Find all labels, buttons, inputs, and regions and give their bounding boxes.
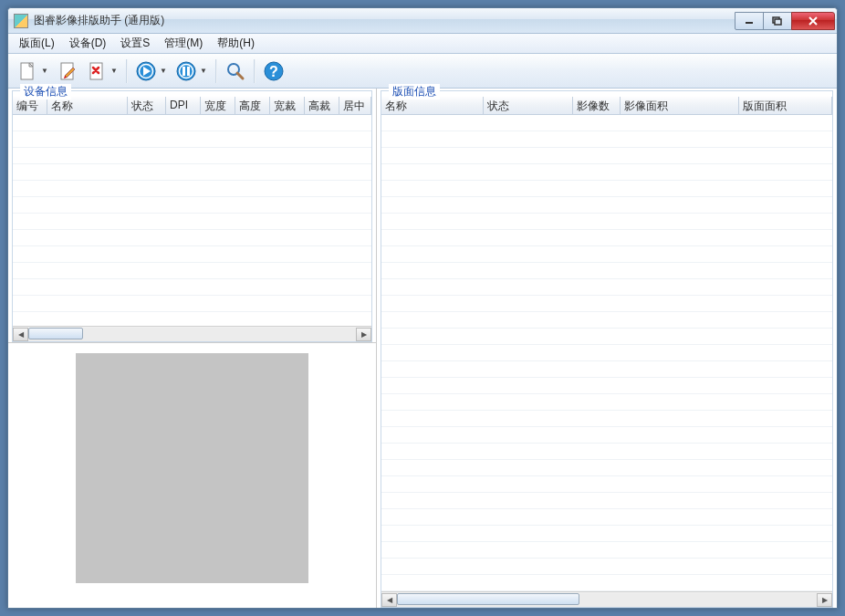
col-pagearea[interactable]: 版面面积 [739, 97, 832, 114]
delete-button[interactable]: ▼ [83, 57, 121, 85]
edit-button[interactable] [54, 57, 81, 85]
col-state[interactable]: 状态 [484, 97, 573, 114]
play-button[interactable]: ▼ [132, 57, 171, 85]
scroll-track[interactable] [397, 593, 817, 607]
search-button[interactable] [222, 57, 249, 85]
separator [215, 59, 217, 83]
device-grid-header: 编号 名称 状态 DPI 宽度 高度 宽裁 高裁 居中 [13, 97, 371, 115]
preview-pane [8, 342, 376, 593]
app-window: 图睿影像排版助手 (通用版) 版面(L) 设备(D) 设置S 管理(M) 帮助(… [7, 7, 838, 609]
layout-grid-header: 名称 状态 影像数 影像面积 版面面积 [381, 97, 832, 115]
col-imgcount[interactable]: 影像数 [573, 97, 621, 114]
svg-rect-10 [183, 67, 185, 76]
dropdown-arrow-icon: ▼ [110, 67, 119, 75]
window-title: 图睿影像排版助手 (通用版) [34, 13, 735, 28]
col-dpi[interactable]: DPI [166, 97, 201, 114]
pause-icon [175, 60, 197, 82]
help-button[interactable]: ? [260, 57, 287, 85]
device-info-legend: 设备信息 [20, 84, 71, 99]
layout-grid-hscroll[interactable]: ◀ ▶ [381, 591, 832, 607]
edit-file-icon [57, 60, 78, 82]
new-file-icon [16, 60, 38, 82]
close-button[interactable] [791, 12, 835, 30]
menu-settings[interactable]: 设置S [113, 34, 157, 53]
col-center[interactable]: 居中 [339, 97, 371, 114]
right-pane: 版面信息 名称 状态 影像数 影像面积 版面面积 [377, 89, 837, 608]
scroll-left-arrow-icon[interactable]: ◀ [13, 328, 28, 341]
layout-grid-body[interactable] [381, 115, 832, 591]
new-button[interactable]: ▼ [14, 57, 52, 85]
col-width[interactable]: 宽度 [201, 97, 235, 114]
help-icon: ? [263, 60, 285, 82]
layout-info-legend: 版面信息 [389, 84, 440, 99]
content: 设备信息 编号 名称 状态 DPI 宽度 高度 宽裁 高裁 居中 [8, 89, 837, 608]
svg-rect-11 [187, 67, 190, 76]
svg-rect-0 [746, 22, 753, 24]
app-icon [14, 14, 28, 28]
device-info-group: 设备信息 编号 名称 状态 DPI 宽度 高度 宽裁 高裁 居中 [12, 90, 372, 342]
separator [126, 59, 128, 83]
menu-layout[interactable]: 版面(L) [12, 34, 62, 53]
maximize-icon [772, 16, 783, 26]
separator [254, 59, 256, 83]
scroll-right-arrow-icon[interactable]: ▶ [817, 593, 832, 607]
menu-device[interactable]: 设备(D) [62, 34, 114, 53]
delete-file-icon [86, 60, 108, 82]
col-imgarea[interactable]: 影像面积 [621, 97, 739, 114]
scroll-right-arrow-icon[interactable]: ▶ [356, 328, 371, 341]
svg-text:?: ? [269, 64, 278, 79]
col-state[interactable]: 状态 [128, 97, 166, 114]
minimize-button[interactable] [735, 12, 764, 30]
dropdown-arrow-icon: ▼ [40, 67, 49, 75]
scroll-thumb[interactable] [397, 593, 579, 605]
minimize-icon [745, 17, 754, 25]
device-grid-hscroll[interactable]: ◀ ▶ [13, 326, 371, 341]
maximize-button[interactable] [763, 12, 792, 30]
svg-rect-2 [775, 19, 781, 25]
menu-manage[interactable]: 管理(M) [157, 34, 210, 53]
device-grid-body[interactable] [13, 115, 371, 326]
menu-help[interactable]: 帮助(H) [210, 34, 262, 53]
col-croph[interactable]: 高裁 [305, 97, 339, 114]
preview-placeholder [76, 353, 308, 583]
pause-button[interactable]: ▼ [172, 57, 211, 85]
layout-info-group: 版面信息 名称 状态 影像数 影像面积 版面面积 [381, 90, 833, 608]
scroll-thumb[interactable] [28, 328, 83, 339]
scroll-left-arrow-icon[interactable]: ◀ [381, 593, 397, 607]
scroll-track[interactable] [28, 328, 356, 341]
left-pane: 设备信息 编号 名称 状态 DPI 宽度 高度 宽裁 高裁 居中 [8, 89, 377, 608]
col-cropw[interactable]: 宽裁 [270, 97, 305, 114]
search-icon [224, 60, 246, 82]
titlebar: 图睿影像排版助手 (通用版) [8, 8, 837, 34]
dropdown-arrow-icon: ▼ [159, 67, 168, 75]
play-icon [135, 60, 157, 82]
close-icon [808, 16, 819, 26]
col-height[interactable]: 高度 [235, 97, 270, 114]
dropdown-arrow-icon: ▼ [199, 67, 208, 75]
menubar: 版面(L) 设备(D) 设置S 管理(M) 帮助(H) [8, 34, 837, 54]
window-controls [735, 12, 835, 30]
